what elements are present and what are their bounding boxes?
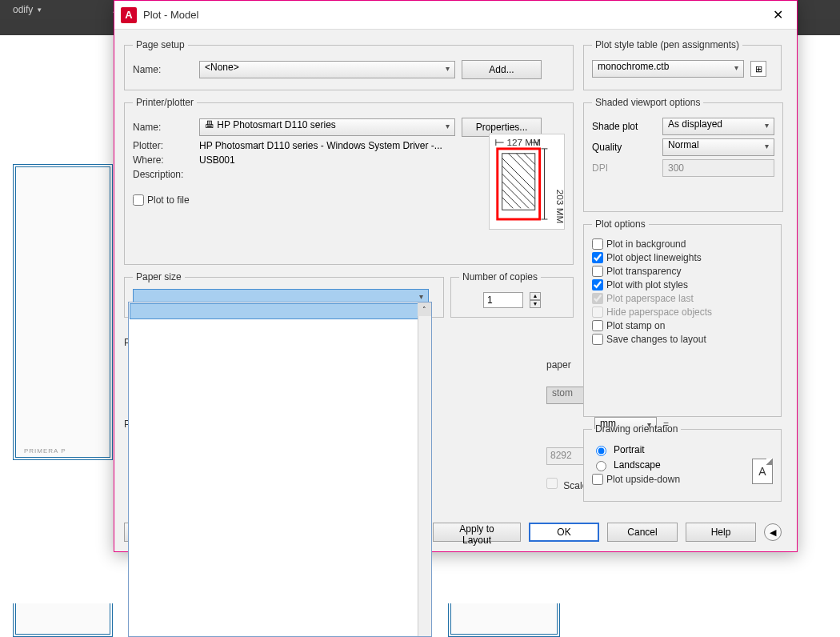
plot-options-group: Plot options Plot in background Plot obj…: [583, 218, 782, 417]
shade-plot-select[interactable]: As displayed: [662, 118, 774, 135]
plot-background-checkbox[interactable]: [592, 238, 603, 250]
plot-paperspace-label: Plot paperspace last: [606, 293, 694, 304]
printer-plotter-group: Printer/plotter Name: 🖶 HP Photosmart D1…: [124, 97, 574, 265]
scale-lineweights-checkbox: [546, 478, 558, 489]
floorplan-thumbnail: [448, 603, 560, 637]
fit-to-paper-partial-label: paper: [546, 359, 571, 371]
page-setup-name-label: Name:: [133, 64, 193, 75]
add-page-setup-button[interactable]: Add...: [462, 60, 542, 79]
plot-transparency-label: Plot transparency: [606, 266, 681, 277]
dialog-titlebar[interactable]: A Plot - Model ✕: [114, 1, 797, 30]
portrait-label: Portrait: [614, 444, 645, 455]
landscape-label: Landscape: [614, 459, 661, 471]
plotter-label: Plotter:: [133, 140, 193, 151]
orientation-page-icon: A: [752, 459, 773, 484]
hide-paperspace-label: Hide paperspace objects: [606, 306, 712, 318]
portrait-radio[interactable]: [596, 446, 606, 456]
plot-stamp-label: Plot stamp on: [606, 320, 665, 331]
plot-stamp-checkbox[interactable]: [592, 320, 603, 331]
save-changes-checkbox[interactable]: [592, 334, 603, 345]
dropdown-scrollbar[interactable]: ˄: [418, 302, 431, 636]
plot-style-table-group: Plot style table (pen assignments) monoc…: [583, 39, 782, 90]
plot-transparency-checkbox[interactable]: [592, 266, 603, 277]
upside-down-checkbox[interactable]: [592, 474, 603, 485]
drawing-orientation-group: Drawing orientation Portrait Landscape P…: [583, 423, 782, 502]
plot-styles-label: Plot with plot styles: [606, 279, 688, 290]
floorplan-thumbnail: [13, 603, 113, 637]
plot-options-legend: Plot options: [592, 218, 649, 230]
thumbnail-label: PRIMERA P: [24, 447, 66, 455]
shaded-viewport-group: Shaded viewport options Shade plot As di…: [583, 97, 783, 212]
landscape-radio[interactable]: [596, 461, 606, 471]
shaded-legend: Shaded viewport options: [592, 97, 703, 108]
dpi-label: DPI: [592, 162, 656, 174]
plot-style-legend: Plot style table (pen assignments): [592, 39, 742, 50]
dpi-input: [662, 159, 774, 177]
plot-lineweights-checkbox[interactable]: [592, 252, 603, 263]
printer-name-select[interactable]: 🖶 HP Photosmart D110 series: [199, 118, 455, 136]
shade-plot-label: Shade plot: [592, 121, 656, 132]
plot-background-label: Plot in background: [606, 238, 686, 250]
printer-name-label: Name:: [133, 122, 193, 133]
scale-units-input: 8292: [546, 447, 588, 465]
hide-paperspace-checkbox: [592, 306, 603, 318]
page-setup-name-select[interactable]: <None>: [199, 61, 455, 78]
chevron-down-icon: ▼: [36, 6, 42, 14]
plot-style-select[interactable]: monochrome.ctb: [592, 60, 744, 78]
apply-to-layout-button[interactable]: Apply to Layout: [433, 523, 521, 542]
paper-size-legend: Paper size: [133, 271, 185, 282]
autocad-logo-icon: A: [121, 7, 137, 23]
help-button[interactable]: Help: [686, 523, 756, 542]
save-changes-label: Save changes to layout: [606, 334, 706, 345]
quality-select[interactable]: Normal: [662, 138, 774, 156]
plot-to-file-label: Plot to file: [147, 194, 190, 206]
upside-down-label: Plot upside-down: [606, 474, 680, 485]
printer-legend: Printer/plotter: [133, 97, 197, 108]
paper-size-dropdown-list[interactable]: ˄: [128, 302, 432, 637]
plot-to-file-checkbox[interactable]: [133, 194, 144, 206]
paper-preview-icon: 127 MM 203 MM: [489, 134, 565, 230]
page-setup-group: Page setup Name: <None> Add...: [124, 39, 574, 90]
copies-spinner-up[interactable]: ▲: [530, 292, 541, 300]
orientation-legend: Drawing orientation: [592, 423, 681, 435]
plot-paperspace-checkbox: [592, 293, 603, 304]
scrollbar-up-button[interactable]: ˄: [418, 302, 431, 316]
close-button[interactable]: ✕: [765, 4, 790, 26]
number-of-copies-group: Number of copies ▲ ▼: [450, 271, 574, 318]
expand-options-button[interactable]: ◀: [764, 523, 782, 541]
plotter-value: HP Photosmart D110 series - Windows Syst…: [199, 140, 442, 151]
dialog-title: Plot - Model: [143, 9, 765, 21]
copies-spinner-down[interactable]: ▼: [530, 300, 541, 308]
quality-label: Quality: [592, 142, 656, 153]
ok-button[interactable]: OK: [529, 523, 599, 542]
description-label: Description:: [133, 169, 193, 180]
copies-input[interactable]: [483, 292, 523, 308]
where-label: Where:: [133, 154, 193, 166]
plot-styles-checkbox[interactable]: [592, 279, 603, 290]
svg-text:127 MM: 127 MM: [507, 137, 541, 147]
svg-text:203 MM: 203 MM: [555, 190, 564, 223]
plot-lineweights-label: Plot object lineweights: [606, 252, 702, 263]
ribbon-item-modify[interactable]: odify▼: [8, 2, 47, 17]
page-setup-legend: Page setup: [133, 39, 188, 50]
copies-legend: Number of copies: [459, 271, 541, 282]
where-value: USB001: [199, 154, 235, 166]
paper-size-option-selected[interactable]: [130, 303, 430, 319]
floorplan-thumbnail: [13, 164, 113, 460]
cancel-button[interactable]: Cancel: [607, 523, 678, 542]
edit-plot-style-button[interactable]: ⊞: [750, 61, 766, 77]
